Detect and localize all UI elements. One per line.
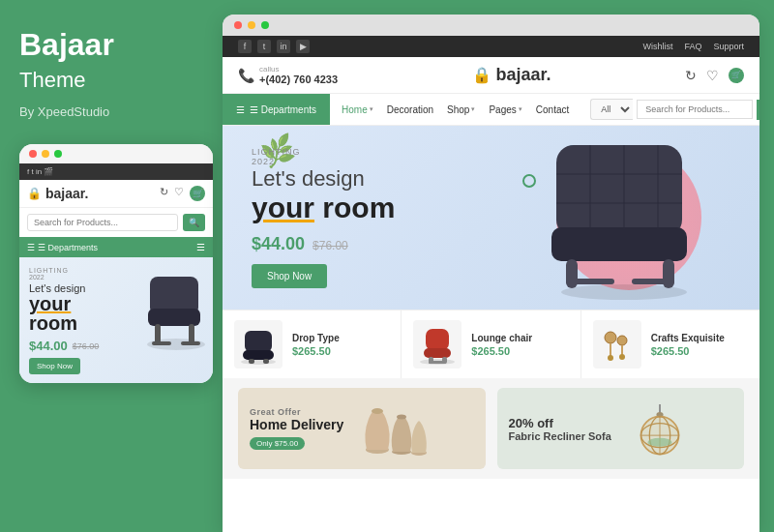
product-card-3: Crafts Exquisite $265.50 xyxy=(581,310,759,378)
mobile-search-input[interactable] xyxy=(27,214,178,231)
header-wishlist-icon[interactable]: ♡ xyxy=(706,68,719,83)
hero-shop-now-button[interactable]: Shop Now xyxy=(252,264,327,288)
desktop-inner: f t in ▶ Wishlist FAQ Support 📞 callus +… xyxy=(223,36,759,532)
nav-home[interactable]: Home ▾ xyxy=(342,104,373,115)
nav-pages-label: Pages xyxy=(489,104,516,115)
nav-contact-label: Contact xyxy=(536,104,569,115)
linkedin-icon: in xyxy=(277,40,290,53)
search-input[interactable] xyxy=(637,100,753,119)
cart-icon[interactable]: 🛒 xyxy=(729,68,744,83)
nav-shop-chevron: ▾ xyxy=(471,105,475,113)
product-thumb-1 xyxy=(234,320,283,369)
nav-home-chevron: ▾ xyxy=(370,105,373,113)
phone-number: +(402) 760 4233 xyxy=(259,74,338,85)
promo-title-1: Home Delivery xyxy=(250,417,343,433)
hero-banner: LIGHTING 2022 Let's design your room $44… xyxy=(223,126,759,310)
mobile-banner-bold2: room xyxy=(29,313,203,333)
hero-chair-area: New xyxy=(508,126,721,310)
nav-contact[interactable]: Contact xyxy=(536,104,569,115)
nav-pages-chevron: ▾ xyxy=(519,105,522,113)
social-icons: f t in ▶ xyxy=(238,40,310,53)
svg-rect-21 xyxy=(243,350,274,360)
wishlist-link[interactable]: Wishlist xyxy=(642,42,672,51)
utility-bar: f t in ▶ Wishlist FAQ Support xyxy=(223,36,759,57)
hero-price-row: $44.00 $76.00 xyxy=(252,234,395,254)
brand-subtitle: Theme xyxy=(19,68,203,93)
lock-icon: 🔒 xyxy=(27,187,42,200)
svg-rect-29 xyxy=(429,361,446,364)
search-button[interactable]: 🔍 xyxy=(757,100,759,120)
svg-rect-20 xyxy=(245,331,272,352)
product-price-2: $265.50 xyxy=(471,345,532,357)
mobile-shop-now-button[interactable]: Shop Now xyxy=(29,358,80,374)
promo-offer-2: 20% off xyxy=(509,416,611,430)
desktop-mockup: f t in ▶ Wishlist FAQ Support 📞 callus +… xyxy=(223,15,759,532)
cart-icon: 🛒 xyxy=(190,186,205,201)
promo-row: Great Offer Home Delivery Only $75.00 xyxy=(223,378,759,479)
svg-point-35 xyxy=(619,354,625,360)
support-link[interactable]: Support xyxy=(713,42,744,51)
mobile-dept-text: ☰ Departments xyxy=(38,243,98,252)
dot-red xyxy=(29,150,37,158)
mobile-departments-bar: ☰ ☰ Departments ☰ xyxy=(19,237,213,257)
mobile-logo-area: 🔒 bajaar. ↻ ♡ 🛒 xyxy=(19,180,213,208)
header-refresh-icon[interactable]: ↻ xyxy=(685,68,697,83)
menu-icon: ☰ xyxy=(27,243,35,252)
hero-tag1: LIGHTING xyxy=(252,147,395,157)
promo-badge-1[interactable]: Only $75.00 xyxy=(250,437,305,450)
mobile-search-button[interactable]: 🔍 xyxy=(183,214,205,231)
mobile-logo-text: bajaar. xyxy=(45,186,88,201)
svg-point-39 xyxy=(397,415,406,420)
product-info-2: Lounge chair $265.50 xyxy=(471,333,532,357)
nav-links: Home ▾ Decoration Shop ▾ Pages ▾ Contact xyxy=(330,94,580,125)
browser-dot-red xyxy=(234,21,242,29)
product-card-2: Lounge chair $265.50 xyxy=(402,310,580,378)
mobile-logo: 🔒 bajaar. xyxy=(27,186,88,201)
svg-rect-8 xyxy=(556,145,682,237)
header-actions: ↻ ♡ 🛒 xyxy=(685,68,744,83)
mobile-banner-tag1: LIGHTING xyxy=(29,267,203,274)
svg-rect-22 xyxy=(249,359,254,364)
product-info-1: Drop Type $265.50 xyxy=(292,333,340,357)
mobile-top-bar xyxy=(19,144,213,163)
nav-pages[interactable]: Pages ▾ xyxy=(489,104,521,115)
phone-label: callus xyxy=(259,65,338,74)
svg-point-31 xyxy=(617,336,627,345)
promo-title-2: Fabric Recliner Sofa xyxy=(509,430,611,442)
hero-content: LIGHTING 2022 Let's design your room $44… xyxy=(223,128,424,308)
mobile-nav-social: f t in 🎬 xyxy=(27,167,53,176)
nav-decoration-label: Decoration xyxy=(387,104,433,115)
wishlist-icon: ♡ xyxy=(174,186,184,201)
mobile-price-old: $76.00 xyxy=(73,341,100,351)
nav-shop[interactable]: Shop ▾ xyxy=(447,104,475,115)
mobile-price-row: $44.00 $76.00 xyxy=(29,339,203,353)
products-row: Drop Type $265.50 Loung xyxy=(223,310,759,378)
menu-icon: ☰ xyxy=(236,104,245,115)
svg-rect-14 xyxy=(551,227,687,261)
departments-button[interactable]: ☰ ☰ Departments xyxy=(223,94,330,125)
header-phone: 📞 callus +(402) 760 4233 xyxy=(238,65,338,85)
hero-bold: your room xyxy=(252,192,395,224)
mobile-banner-bold-word: your xyxy=(29,293,71,314)
svg-rect-17 xyxy=(566,279,614,284)
mobile-mockup: f t in 🎬 🔒 bajaar. ↻ ♡ 🛒 🔍 ☰ ☰ Departmen… xyxy=(19,144,213,383)
search-category-select[interactable]: All xyxy=(590,99,633,120)
browser-dot-yellow xyxy=(248,21,255,29)
nav-bar: ☰ ☰ Departments Home ▾ Decoration Shop ▾… xyxy=(223,94,759,126)
logo-text: bajaar. xyxy=(496,65,551,85)
mobile-banner: LIGHTING 2022 Let's design your room $44… xyxy=(19,257,213,383)
hero-price-old: $76.00 xyxy=(313,239,348,252)
promo-image-1 xyxy=(353,399,431,458)
desktop-header: 📞 callus +(402) 760 4233 🔒 bajaar. ↻ ♡ 🛒 xyxy=(223,57,759,94)
nav-decoration[interactable]: Decoration xyxy=(387,104,433,115)
dot-yellow xyxy=(42,150,49,158)
product-price-3: $265.50 xyxy=(651,345,725,357)
browser-bar xyxy=(223,15,759,36)
product-name-2: Lounge chair xyxy=(471,333,532,343)
faq-link[interactable]: FAQ xyxy=(684,42,701,51)
svg-rect-23 xyxy=(263,359,269,364)
svg-point-49 xyxy=(647,438,671,447)
desktop-logo: 🔒 bajaar. xyxy=(472,65,551,85)
hero-price: $44.00 xyxy=(252,234,305,254)
dot-green xyxy=(54,150,62,158)
